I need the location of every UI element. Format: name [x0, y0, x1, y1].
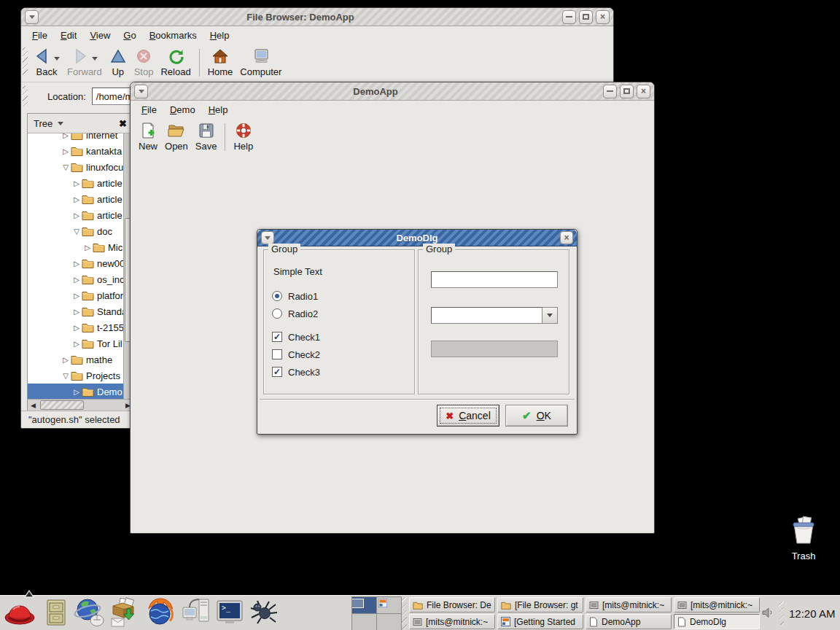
panel-handle[interactable] [402, 597, 407, 629]
up-button[interactable]: Up [106, 44, 131, 78]
expander-icon[interactable] [71, 324, 82, 332]
menu-go[interactable]: Go [117, 27, 142, 44]
tree-row[interactable]: os_inc [28, 271, 123, 287]
open-button[interactable]: Open [161, 119, 192, 152]
expander-icon[interactable] [71, 308, 82, 316]
terminal-icon[interactable]: >_ [216, 599, 244, 626]
menu-file[interactable]: File [135, 101, 163, 118]
workspace-1[interactable] [352, 597, 376, 613]
tree-row[interactable]: new00 [28, 255, 123, 271]
expander-icon[interactable] [71, 340, 82, 348]
taskbar-button-terminal-1[interactable]: [mits@mitnick:~ [586, 597, 672, 612]
checkbox-icon[interactable] [272, 332, 282, 342]
new-button[interactable]: New [135, 119, 161, 152]
hardware-config-icon[interactable] [181, 597, 213, 628]
expander-icon[interactable] [71, 228, 82, 236]
menu-help[interactable]: Help [202, 101, 235, 118]
tree-row[interactable]: Mic [28, 239, 123, 255]
close-button[interactable]: × [596, 10, 610, 24]
expander-icon[interactable] [61, 372, 71, 380]
help-button[interactable]: Help [230, 119, 257, 152]
taskbar-button-file-browser-2[interactable]: [File Browser: gt [497, 597, 583, 612]
taskbar-button-terminal-3[interactable]: [mits@mitnick:~ [409, 614, 495, 629]
radio-radio2[interactable]: Radio2 [272, 307, 318, 320]
combo-box[interactable] [431, 307, 558, 324]
checkbox-icon[interactable] [272, 367, 282, 377]
tree-row[interactable]: Tor Lil [28, 335, 123, 351]
window-menu-button[interactable] [134, 85, 148, 98]
sidebar-selector[interactable]: Tree [34, 118, 119, 129]
sidebar-close-icon[interactable]: ✖ [119, 118, 127, 129]
tree-row[interactable]: t-2155 [28, 319, 123, 335]
scrollbar-thumb[interactable] [40, 400, 84, 410]
taskbar-button-file-browser[interactable]: File Browser: De [409, 597, 495, 612]
tree-row[interactable]: Demo [28, 384, 123, 399]
expander-icon[interactable] [61, 356, 71, 364]
expander-icon[interactable] [61, 147, 71, 155]
expander-icon[interactable] [71, 276, 82, 284]
reload-button[interactable]: Reload [157, 44, 194, 78]
software-installer-icon[interactable] [108, 597, 140, 628]
main-menu-red-hat-icon[interactable] [3, 597, 36, 628]
checkbox-check2[interactable]: Check2 [272, 348, 320, 361]
trash-desktop-icon[interactable]: Trash [778, 516, 829, 561]
combo-input[interactable] [431, 307, 542, 324]
save-button[interactable]: Save [192, 119, 221, 152]
radio-button-icon[interactable] [272, 291, 282, 301]
expander-icon[interactable] [71, 195, 82, 203]
panel-handle[interactable] [779, 602, 784, 625]
ok-button[interactable]: ✔ OK [505, 405, 568, 427]
workspace-4[interactable] [377, 614, 401, 630]
close-button[interactable]: × [560, 231, 573, 244]
menu-edit[interactable]: Edit [54, 27, 83, 44]
maximize-button[interactable] [579, 10, 593, 24]
workspace-switcher[interactable] [351, 596, 402, 630]
window-menu-button[interactable] [25, 10, 39, 24]
file-manager-cabinet-icon[interactable] [42, 599, 70, 626]
cancel-button[interactable]: ✖ Cancel [437, 405, 499, 427]
back-button[interactable]: Back [30, 44, 63, 78]
minimize-button[interactable] [603, 85, 617, 98]
forward-button[interactable]: Forward [63, 44, 106, 78]
expander-icon[interactable] [71, 260, 82, 268]
tree-row[interactable]: platfor [28, 287, 123, 303]
menu-file[interactable]: File [26, 27, 54, 44]
text-input[interactable] [431, 271, 558, 288]
workspace-3[interactable] [352, 614, 376, 630]
taskbar-button-getting-started[interactable]: [Getting Started [497, 614, 583, 629]
tree-row[interactable]: article [28, 191, 123, 207]
expander-icon[interactable] [71, 292, 82, 300]
window-menu-button[interactable] [261, 231, 274, 244]
mozilla-browser-icon[interactable] [144, 597, 176, 628]
combo-dropdown-button[interactable] [542, 307, 558, 324]
back-dropdown-icon[interactable] [54, 57, 60, 63]
close-button[interactable]: × [637, 85, 650, 98]
demoapp-titlebar[interactable]: DemoApp × [131, 82, 654, 101]
workspace-2[interactable] [377, 597, 401, 613]
menu-help[interactable]: Help [203, 27, 236, 44]
file-browser-titlebar[interactable]: File Browser: DemoApp × [21, 8, 613, 26]
location-bar-grip[interactable] [23, 86, 28, 106]
expander-icon[interactable] [61, 163, 71, 171]
checkbox-check3[interactable]: Check3 [272, 365, 320, 378]
expander-icon[interactable] [71, 179, 82, 187]
demodlg-titlebar[interactable]: DemoDlg × [257, 230, 577, 246]
taskbar-button-demoapp[interactable]: DemoApp [586, 614, 672, 629]
stop-button[interactable]: Stop [131, 44, 158, 78]
computer-button[interactable]: Computer [236, 44, 285, 78]
scroll-left-icon[interactable]: ◀ [28, 402, 39, 409]
toolbar-grip[interactable] [23, 47, 28, 75]
tree-row[interactable]: Projects [28, 368, 123, 384]
bug-tool-spider-icon[interactable] [248, 599, 277, 626]
forward-dropdown-icon[interactable] [92, 57, 98, 63]
expander-icon[interactable] [71, 211, 82, 219]
checkbox-check1[interactable]: Check1 [272, 330, 320, 343]
tree-horizontal-scrollbar[interactable]: ◀ ▶ [28, 399, 133, 411]
home-button[interactable]: Home [204, 44, 237, 78]
speaker-volume-icon[interactable] [761, 606, 774, 619]
tree-row[interactable]: doc [28, 223, 123, 239]
tree-row[interactable]: linuxfocu [28, 159, 123, 175]
radio-radio1[interactable]: Radio1 [272, 289, 318, 303]
menu-view[interactable]: View [83, 27, 117, 44]
taskbar-button-demodlg[interactable]: DemoDlg [674, 614, 760, 629]
